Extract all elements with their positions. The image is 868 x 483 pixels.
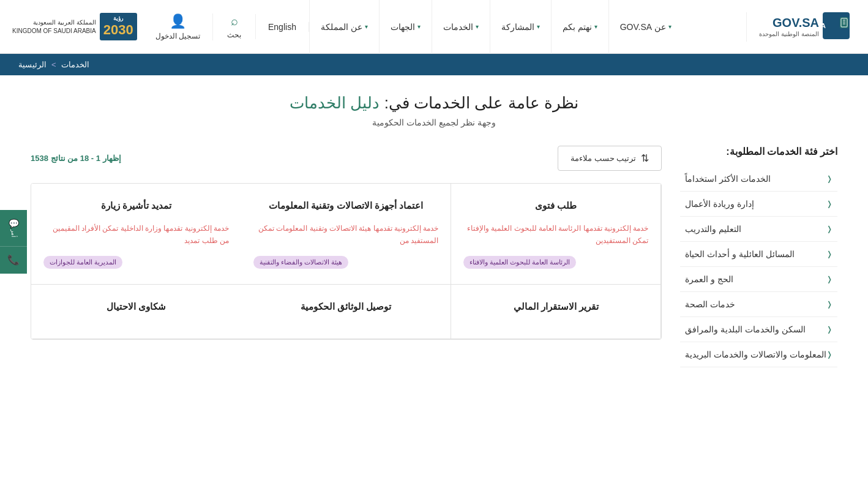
sort-button[interactable]: ⇅ ترتيب حسب ملاءمة <box>558 146 662 171</box>
chevron-down-icon: ▾ <box>365 23 368 30</box>
chevron-left-icon: ❬ <box>826 350 832 359</box>
sidebar-item-label: الحج و العمرة <box>685 274 733 284</box>
sidebar-item-label: خدمات الصحة <box>685 299 735 309</box>
login-button[interactable]: 👤 تسجيل الدخول <box>143 13 213 40</box>
service-card-document-delivery[interactable]: توصيل الوثائق الحكومية <box>241 285 451 339</box>
page-title-highlight: دليل الخدمات <box>290 94 380 112</box>
nav-care[interactable]: ▾ نهتم بكم <box>551 0 608 54</box>
card-description: خدمة إلكترونية تقدمها هيئة الاتصالات وتق… <box>253 222 438 247</box>
phone-button[interactable]: 📞 <box>0 247 27 274</box>
chevron-left-icon: ❬ <box>826 200 832 208</box>
sidebar-item-label: التعليم والتدريب <box>685 224 741 234</box>
chevron-down-icon: ▾ <box>537 23 540 30</box>
service-card-telecom-devices[interactable]: اعتماد أجهزة الاتصالات وتقنية المعلومات … <box>241 184 451 285</box>
chevron-left-icon: ❬ <box>826 275 832 283</box>
sidebar-item-family[interactable]: ❬ المسائل العائلية و أحداث الحياة <box>680 242 837 267</box>
nav-participation-label: المشاركة <box>501 22 534 32</box>
sidebar-item-housing[interactable]: ❬ السكن والخدمات البلدية والمرافق <box>680 317 837 342</box>
chevron-left-icon: ❬ <box>826 225 832 233</box>
vision-year: 2030 <box>103 22 133 38</box>
service-card-fatwa[interactable]: طلب فتوى خدمة إلكترونية تقدمها الرئاسة ا… <box>451 184 661 285</box>
main-nav: ▾ عن GOV.SA ▾ نهتم بكم ▾ المشاركة ▾ الخد… <box>309 0 747 54</box>
sidebar-item-most-used[interactable]: ❬ الخدمات الأكثر استخداماً <box>680 167 837 192</box>
nav-services[interactable]: ▾ الخدمات <box>432 0 490 54</box>
chevron-down-icon: ▾ <box>476 23 479 30</box>
sidebar-item-label: إدارة وريادة الأعمال <box>685 199 754 209</box>
card-tag: هيئة الاتصالات والفضاء والتقنية <box>253 256 348 269</box>
breadcrumb-home[interactable]: الرئيسية <box>18 60 47 69</box>
chevron-left-icon: ❬ <box>826 300 832 309</box>
sidebar-item-education[interactable]: ❬ التعليم والتدريب <box>680 217 837 242</box>
login-label: تسجيل الدخول <box>155 32 200 40</box>
chat-icon: 💬 <box>9 219 19 228</box>
category-sidebar: اختر فئة الخدمات المطلوبة: ❬ الخدمات الأ… <box>680 146 837 367</box>
chevron-down-icon: ▾ <box>668 23 672 30</box>
chat-button[interactable]: 💬 أمر <box>0 210 27 247</box>
page-title: نظرة عامة على الخدمات في: دليل الخدمات <box>31 94 837 113</box>
nav-about-govsa-label: عن GOV.SA <box>620 22 666 32</box>
sidebar-title: اختر فئة الخدمات المطلوبة: <box>680 146 837 157</box>
govsa-icon: GOV.SA <box>823 12 850 42</box>
person-icon: 👤 <box>170 13 186 29</box>
sidebar-item-telecom[interactable]: ❬ المعلومات والاتصالات والخدمات البريدية <box>680 342 837 367</box>
breadcrumb: الخدمات > الرئيسية <box>0 54 868 75</box>
nav-services-label: الخدمات <box>443 22 473 32</box>
sidebar-item-label: السكن والخدمات البلدية والمرافق <box>685 324 806 334</box>
services-content-area: ⇅ ترتيب حسب ملاءمة إظهار 1 - 18 من نتائج… <box>31 146 662 367</box>
page-subtitle: وجهة نظر لجميع الخدمات الحكومية <box>31 118 837 127</box>
results-count: إظهار 1 - 18 من نتائج 1538 <box>31 154 121 163</box>
govsa-subtitle: المنصة الوطنية الموحدة <box>759 30 819 38</box>
language-toggle[interactable]: English <box>256 22 309 32</box>
page-title-section: نظرة عامة على الخدمات في: دليل الخدمات و… <box>31 94 837 127</box>
card-tag: المديرية العامة للجوازات <box>43 256 122 269</box>
service-card-fraud-complaints[interactable]: شكاوى الاحتيال <box>31 285 241 339</box>
sort-icon: ⇅ <box>641 152 649 164</box>
nav-entities-label: الجهات <box>391 22 415 32</box>
sidebar-item-label: الخدمات الأكثر استخداماً <box>685 174 771 184</box>
vision-logo: رؤية 2030 المملكة العربية السعوديةKINGDO… <box>6 13 143 40</box>
nav-kingdom[interactable]: ▾ عن المملكة <box>309 0 379 54</box>
phone-icon: 📞 <box>7 254 20 266</box>
results-count-value: إظهار 1 - 18 من نتائج 1538 <box>31 154 121 163</box>
card-title: تمديد تأشيرة زيارة <box>43 199 229 213</box>
card-description: خدمة إلكترونية تقدمها وزارة الداخلية تمك… <box>43 222 229 247</box>
chevron-down-icon: ▾ <box>594 23 597 30</box>
card-title: اعتماد أجهزة الاتصالات وتقنية المعلومات <box>253 199 438 213</box>
nav-care-label: نهتم بكم <box>563 22 592 32</box>
nav-entities[interactable]: ▾ الجهات <box>379 0 432 54</box>
card-title: طلب فتوى <box>463 199 648 213</box>
sidebar-item-label: المسائل العائلية و أحداث الحياة <box>685 249 795 259</box>
vision-logo-badge: رؤية 2030 <box>100 13 137 40</box>
services-toolbar: ⇅ ترتيب حسب ملاءمة إظهار 1 - 18 من نتائج… <box>31 146 662 171</box>
service-card-financial-report[interactable]: تقرير الاستقرار المالي <box>451 285 661 339</box>
chevron-left-icon: ❬ <box>826 250 832 258</box>
service-card-visa-extension[interactable]: تمديد تأشيرة زيارة خدمة إلكترونية تقدمها… <box>31 184 241 285</box>
nav-participation[interactable]: ▾ المشاركة <box>490 0 551 54</box>
page-title-prefix: نظرة عامة على الخدمات في: <box>384 94 578 112</box>
card-title: شكاوى الاحتيال <box>43 300 229 314</box>
card-title: تقرير الاستقرار المالي <box>463 300 648 314</box>
svg-text:GOV.SA: GOV.SA <box>823 22 826 29</box>
govsa-logo: GOV.SA GOV.SA المنصة الوطنية الموحدة <box>746 12 862 42</box>
search-label: بحث <box>227 31 241 39</box>
floating-side-buttons: 💬 أمر 📞 <box>0 210 27 274</box>
chevron-left-icon: ❬ <box>826 325 832 334</box>
chat-label: أمر <box>10 230 17 238</box>
card-title: توصيل الوثائق الحكومية <box>253 300 438 314</box>
kingdom-text: المملكة العربية السعوديةKINGDOM OF SAUDI… <box>12 18 96 36</box>
chevron-down-icon: ▾ <box>417 23 421 30</box>
breadcrumb-separator: > <box>51 60 56 69</box>
nav-about-govsa[interactable]: ▾ عن GOV.SA <box>608 0 683 54</box>
services-cards-grid: طلب فتوى خدمة إلكترونية تقدمها الرئاسة ا… <box>31 183 662 340</box>
main-content: نظرة عامة على الخدمات في: دليل الخدمات و… <box>0 75 868 386</box>
sidebar-item-business[interactable]: ❬ إدارة وريادة الأعمال <box>680 192 837 217</box>
sidebar-item-hajj[interactable]: ❬ الحج و العمرة <box>680 267 837 292</box>
search-button[interactable]: ⌕ بحث <box>213 14 256 39</box>
site-header: GOV.SA GOV.SA المنصة الوطنية الموحدة ▾ ع… <box>0 0 868 54</box>
vision-text: رؤية <box>103 15 133 22</box>
nav-kingdom-label: عن المملكة <box>321 22 362 32</box>
card-tag: الرئاسة العامة للبحوث العلمية والافتاء <box>463 256 576 269</box>
breadcrumb-current: الخدمات <box>61 60 89 69</box>
sidebar-item-health[interactable]: ❬ خدمات الصحة <box>680 292 837 317</box>
chevron-left-icon: ❬ <box>826 174 832 183</box>
